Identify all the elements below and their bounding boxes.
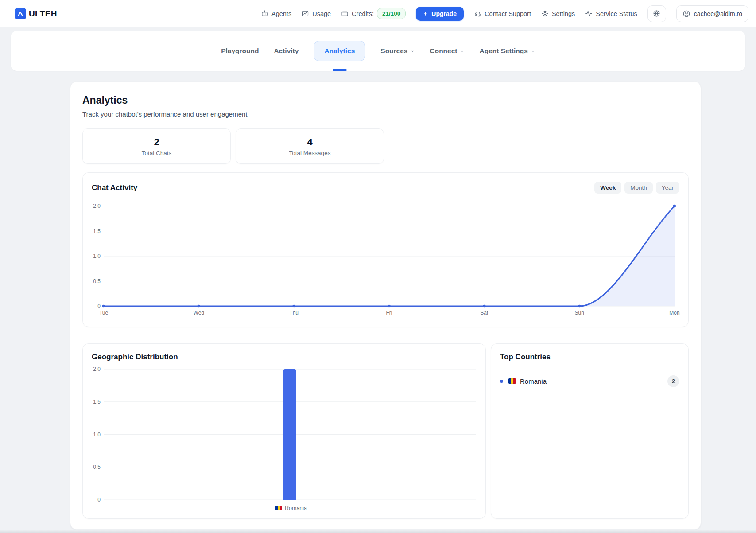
top-countries-list: Romania 2 [500, 370, 679, 392]
chat-activity-line-chart: 00.51.01.52.0TueWedThuFriSatSunMon [92, 201, 679, 319]
stats-row: 2 Total Chats 4 Total Messages [82, 128, 689, 164]
stat-card-total-messages: 4 Total Messages [236, 128, 384, 164]
svg-text:1.0: 1.0 [93, 432, 101, 438]
brand-name: ULTEH [29, 9, 57, 19]
svg-text:Sun: Sun [574, 310, 584, 316]
nav-service-status[interactable]: Service Status [585, 10, 637, 17]
top-countries-card: Top Countries Romania 2 [491, 343, 689, 519]
tab-sources[interactable]: Sources [380, 47, 415, 55]
svg-text:1.5: 1.5 [93, 399, 101, 405]
nav-usage-label: Usage [312, 10, 331, 17]
tab-bar: Playground Activity Analytics Sources Co… [11, 31, 745, 71]
bottom-row: Geographic Distribution 00.51.01.52.0Rom… [82, 343, 689, 519]
chevron-down-icon [411, 49, 415, 53]
tab-analytics[interactable]: Analytics [314, 41, 365, 61]
page-bottom-edge [0, 530, 756, 533]
svg-text:Fri: Fri [386, 310, 392, 316]
nav-contact-support-label: Contact Support [485, 10, 531, 17]
user-email: cachee@aldim.ro [694, 10, 742, 17]
svg-text:Tue: Tue [99, 310, 109, 316]
tab-agent-settings[interactable]: Agent Settings [479, 47, 535, 55]
page-title: Analytics [82, 94, 689, 106]
tab-playground[interactable]: Playground [221, 47, 259, 55]
romania-flag-icon [508, 378, 516, 384]
page-subtitle: Track your chatbot's performance and use… [82, 110, 689, 118]
user-icon [682, 10, 690, 18]
credits-badge: 21/100 [377, 8, 406, 19]
range-year-button[interactable]: Year [656, 182, 679, 194]
brand-logo-icon [15, 8, 26, 19]
svg-text:0: 0 [97, 497, 101, 503]
svg-text:0: 0 [97, 303, 101, 309]
nav-credits-label: Credits: [352, 10, 374, 17]
geographic-distribution-title: Geographic Distribution [92, 353, 477, 362]
language-button[interactable] [647, 5, 666, 22]
headset-icon [474, 10, 481, 17]
active-tab-indicator [333, 69, 347, 71]
svg-text:2.0: 2.0 [93, 203, 101, 209]
total-messages-value: 4 [307, 136, 312, 148]
nav-agents-label: Agents [271, 10, 291, 17]
nav-service-status-label: Service Status [596, 10, 637, 17]
svg-text:Sat: Sat [480, 310, 488, 316]
svg-text:1.5: 1.5 [93, 228, 101, 234]
svg-text:0.5: 0.5 [93, 278, 101, 284]
chat-activity-card: Chat Activity Week Month Year 00.51.01.5… [82, 172, 689, 327]
lightning-bolt-icon [423, 11, 428, 17]
gear-icon [541, 10, 549, 17]
range-week-button[interactable]: Week [594, 182, 621, 194]
upgrade-button[interactable]: Upgrade [416, 7, 464, 21]
tab-connect-label: Connect [430, 47, 457, 55]
svg-text:2.0: 2.0 [93, 366, 101, 372]
analytics-panel: Analytics Track your chatbot's performan… [70, 81, 701, 530]
svg-text:Wed: Wed [194, 310, 204, 316]
country-count-badge: 2 [667, 375, 679, 387]
user-account-button[interactable]: cachee@aldim.ro [676, 5, 748, 22]
credit-card-icon [341, 10, 349, 17]
list-item: Romania 2 [500, 370, 679, 392]
svg-text:0.5: 0.5 [93, 464, 101, 470]
tab-connect[interactable]: Connect [430, 47, 464, 55]
total-chats-value: 2 [154, 136, 159, 148]
bullet-dot-icon [500, 380, 503, 383]
nav-credits[interactable]: Credits: 21/100 [341, 8, 406, 19]
globe-icon [653, 10, 660, 17]
total-chats-label: Total Chats [142, 150, 172, 156]
nav-usage[interactable]: Usage [302, 10, 331, 17]
top-navbar: ULTEH Agents Usage Credits: 21/100 [0, 0, 756, 27]
top-countries-title: Top Countries [500, 353, 679, 362]
nav-settings[interactable]: Settings [541, 10, 575, 17]
chevron-down-icon [531, 49, 535, 53]
svg-text:1.0: 1.0 [93, 253, 101, 259]
chevron-down-icon [460, 49, 464, 53]
geographic-distribution-card: Geographic Distribution 00.51.01.52.0Rom… [82, 343, 486, 519]
country-name: Romania [520, 377, 547, 385]
tab-sources-label: Sources [380, 47, 407, 55]
geographic-distribution-bar-chart: 00.51.01.52.0Romania [92, 365, 477, 514]
stat-card-total-chats: 2 Total Chats [82, 128, 231, 164]
svg-text:Thu: Thu [289, 310, 299, 316]
range-month-button[interactable]: Month [624, 182, 653, 194]
svg-text:Romania: Romania [285, 505, 307, 511]
total-messages-label: Total Messages [289, 150, 331, 156]
chat-activity-title: Chat Activity [92, 183, 137, 192]
nav-settings-label: Settings [552, 10, 575, 17]
brand-logo[interactable]: ULTEH [15, 8, 57, 19]
upgrade-label: Upgrade [431, 10, 457, 17]
tab-activity[interactable]: Activity [274, 47, 299, 55]
nav-contact-support[interactable]: Contact Support [474, 10, 531, 17]
bot-icon [261, 10, 268, 17]
svg-text:Mon: Mon [669, 310, 679, 316]
range-toggle-group: Week Month Year [594, 182, 679, 194]
navbar-right: Agents Usage Credits: 21/100 Upgrade [261, 5, 748, 22]
chat-activity-header: Chat Activity Week Month Year [92, 182, 679, 194]
nav-agents[interactable]: Agents [261, 10, 291, 17]
line-chart-icon [302, 10, 309, 17]
pulse-icon [585, 10, 593, 17]
tab-agent-settings-label: Agent Settings [479, 47, 527, 55]
